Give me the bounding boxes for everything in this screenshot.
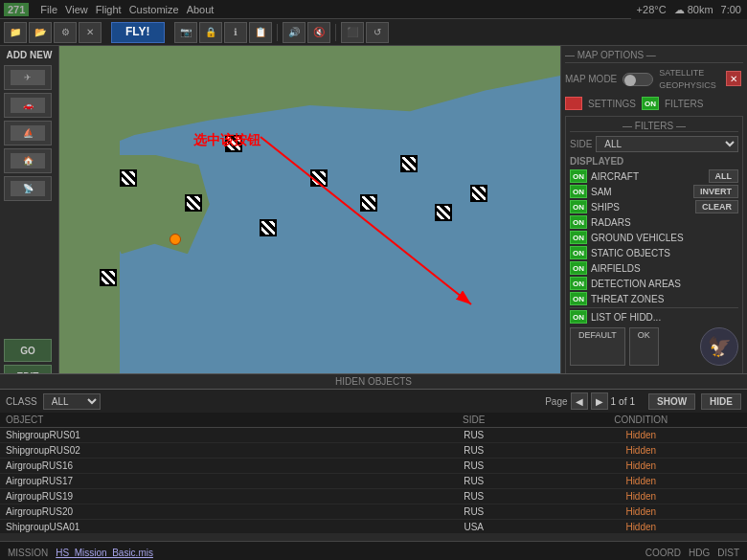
unit-marker-2 xyxy=(100,269,117,286)
mission-name[interactable]: HS_Mission_Basic.mis xyxy=(56,548,153,558)
mission-label: MISSION xyxy=(8,548,48,558)
obj-condition: Hidden xyxy=(541,506,560,517)
filters-title: — FILTERS — xyxy=(570,121,738,132)
map-mode-row: MAP MODE SATELLITE GEOPHYSICS xyxy=(565,67,743,91)
filters-label: FILTERS xyxy=(665,99,703,109)
table-row[interactable]: ShipgroupRUS01 RUS Hidden xyxy=(59,428,560,443)
toolbar-settings-btn[interactable]: ⚙ xyxy=(54,22,77,43)
filter-row-airfields: ON AIRFIELDS xyxy=(570,261,738,275)
ground-vehicles-label: GROUND VEHICLES xyxy=(591,233,738,243)
toolbar-separator xyxy=(277,24,278,41)
obj-side: RUS xyxy=(407,445,541,456)
settings-filters-row: SETTINGS ON FILTERS xyxy=(565,97,743,110)
toolbar-mute-btn[interactable]: 🔇 xyxy=(307,22,330,43)
toolbar-camera-btn[interactable]: 📷 xyxy=(174,22,197,43)
obj-name: AirgroupRUS19 xyxy=(59,491,407,502)
radar-icon: 📡 xyxy=(11,181,45,196)
objects-table-header: OBJECT SIDE CONDITION xyxy=(59,413,560,428)
threat-zones-label: THREAT ZONES xyxy=(591,294,738,304)
table-row[interactable]: AirgroupRUS19 RUS Hidden xyxy=(59,489,560,504)
obj-name: AirgroupRUS20 xyxy=(59,506,407,517)
aircraft-all-btn[interactable]: ALL xyxy=(709,169,739,183)
obj-name: AirgroupRUS16 xyxy=(59,460,407,471)
menu-about[interactable]: About xyxy=(187,4,215,15)
close-panel-btn[interactable]: ✕ xyxy=(726,71,741,86)
go-button[interactable]: GO xyxy=(4,339,52,362)
table-row[interactable]: AirgroupRUS20 RUS Hidden xyxy=(59,504,560,520)
objects-list: ShipgroupRUS01 RUS Hidden ShipgroupRUS02… xyxy=(59,428,560,533)
class-select[interactable]: ALL xyxy=(59,393,101,410)
map-annotation-text: 选中该按钮 xyxy=(193,132,260,149)
hidden-objects-title: HIDEN OBJECTS xyxy=(59,374,560,390)
sam-on-indicator: ON xyxy=(570,185,587,198)
page-controls: Page ◀ ▶ 1 of 1 xyxy=(545,392,560,410)
sam-invert-btn[interactable]: INVERT xyxy=(693,185,738,198)
default-btn[interactable]: DEFAULT xyxy=(570,327,625,366)
obj-condition: Hidden xyxy=(541,522,560,532)
toolbar-close-btn[interactable]: ✕ xyxy=(79,22,102,43)
table-row[interactable]: ShipgroupRUS02 RUS Hidden xyxy=(59,443,560,459)
menu-customize[interactable]: Customize xyxy=(129,4,179,15)
ships-label: SHIPS xyxy=(591,202,691,213)
filters-indicator: ON xyxy=(642,97,659,110)
coord-label: COORD xyxy=(645,548,681,558)
map-mode-label: MAP MODE xyxy=(565,74,617,84)
menu-file[interactable]: File xyxy=(40,4,57,15)
toolbar-sound-btn[interactable]: 🔊 xyxy=(283,22,306,43)
unit-marker-5 xyxy=(260,219,277,236)
emblem: 🦅 xyxy=(700,327,738,366)
side-row: SIDE ALL xyxy=(570,136,738,152)
col-object-header: OBJECT xyxy=(59,414,407,425)
top-menu-bar: 271 File View Flight Customize About +28… xyxy=(0,0,747,19)
menu-flight[interactable]: Flight xyxy=(96,4,122,15)
map-option-text: SATELLITE GEOPHYSICS xyxy=(659,67,716,91)
vehicle-icon: 🚗 xyxy=(11,98,45,113)
unit-marker-8 xyxy=(400,155,418,172)
table-row[interactable]: AirgroupRUS16 RUS Hidden xyxy=(59,459,560,474)
col-condition-header: CONDITION xyxy=(541,414,560,425)
obj-side: RUS xyxy=(407,491,541,502)
toolbar-folder-btn[interactable]: 📁 xyxy=(4,22,27,43)
airfields-label: AIRFIELDS xyxy=(591,263,738,274)
table-row[interactable]: ShipgroupUSA01 USA Hidden xyxy=(59,520,560,533)
side-select[interactable]: ALL xyxy=(596,136,738,152)
toolbar-open-btn[interactable]: 📂 xyxy=(29,22,52,43)
temperature: +28°C xyxy=(637,4,667,15)
ok-btn[interactable]: OK xyxy=(629,327,659,366)
add-structure-btn[interactable]: 🏠 xyxy=(4,148,52,173)
add-aircraft-btn[interactable]: ✈ xyxy=(4,65,52,90)
ships-clear-btn[interactable]: CLEAR xyxy=(695,200,738,213)
obj-condition: Hidden xyxy=(541,430,560,440)
status-bar: +28°C ☁ 80km 7:00 xyxy=(631,0,747,19)
toolbar-misc2-btn[interactable]: ↺ xyxy=(366,22,389,43)
obj-side: RUS xyxy=(407,430,541,440)
obj-condition: Hidden xyxy=(541,460,560,471)
obj-condition: Hidden xyxy=(541,476,560,486)
unit-marker-1 xyxy=(120,169,137,187)
table-row[interactable]: AirgroupRUS17 RUS Hidden xyxy=(59,474,560,489)
map-mode-toggle[interactable] xyxy=(622,73,653,86)
fly-button[interactable]: FLY! xyxy=(111,22,165,43)
sam-label: SAM xyxy=(591,187,690,197)
menu-view[interactable]: View xyxy=(65,4,88,15)
obj-condition: Hidden xyxy=(541,445,560,456)
col-side-header: SIDE xyxy=(407,414,541,425)
hidden-objects-panel: HIDEN OBJECTS CLASS ALL Page ◀ ▶ 1 of 1 … xyxy=(59,373,560,541)
app-logo: 271 xyxy=(4,3,29,16)
toolbar: 📁 📂 ⚙ ✕ FLY! 📷 🔒 ℹ 📋 🔊 🔇 ⬛ ↺ xyxy=(0,19,747,46)
obj-name: ShipgroupUSA01 xyxy=(59,522,407,532)
filter-row-threat: ON THREAT ZONES xyxy=(570,292,738,305)
toolbar-lock-btn[interactable]: 🔒 xyxy=(199,22,222,43)
add-new-label: ADD NEW xyxy=(4,50,55,60)
add-ship-btn[interactable]: ⛵ xyxy=(4,121,52,146)
toolbar-info2-btn[interactable]: 📋 xyxy=(249,22,272,43)
add-radar-btn[interactable]: 📡 xyxy=(4,176,52,201)
toolbar-misc1-btn[interactable]: ⬛ xyxy=(341,22,364,43)
ship-icon: ⛵ xyxy=(11,125,45,141)
static-on-indicator: ON xyxy=(570,246,587,259)
aircraft-label: AIRCRAFT xyxy=(591,171,705,182)
settings-indicator xyxy=(565,97,582,110)
add-vehicle-btn[interactable]: 🚗 xyxy=(4,93,52,118)
toolbar-info-btn[interactable]: ℹ xyxy=(224,22,247,43)
settings-label: SETTINGS xyxy=(588,99,636,109)
